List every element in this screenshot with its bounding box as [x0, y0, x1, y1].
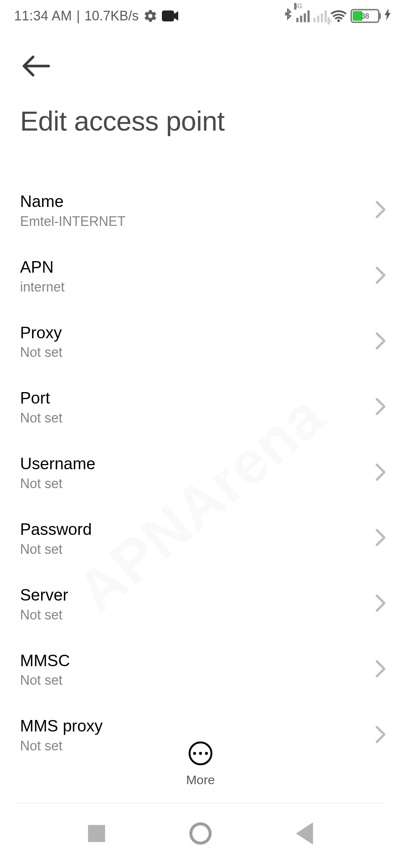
setting-value: Not set — [20, 607, 374, 623]
chevron-right-icon — [375, 266, 386, 286]
network-type-label: 4G — [294, 3, 296, 10]
status-bar: 11:34 AM | 10.7KB/s 4G ✕ — [0, 0, 401, 32]
square-icon — [88, 825, 105, 842]
chevron-right-icon — [375, 660, 386, 680]
bottom-divider — [15, 803, 386, 803]
status-time: 11:34 AM — [14, 8, 72, 24]
arrow-left-icon — [20, 50, 51, 82]
setting-name[interactable]: Name Emtel-INTERNET — [20, 178, 401, 243]
signal-sim1-icon: 4G — [296, 10, 310, 22]
setting-label: Name — [20, 192, 374, 211]
setting-label: MMSC — [20, 651, 374, 671]
setting-label: Proxy — [20, 323, 374, 343]
nav-recents-button[interactable] — [78, 815, 115, 852]
back-button[interactable] — [20, 50, 51, 82]
chevron-right-icon — [375, 200, 386, 220]
triangle-left-icon — [296, 822, 313, 845]
signal-sim2-icon: ✕ — [313, 10, 327, 22]
setting-server[interactable]: Server Not set — [20, 571, 401, 637]
chevron-right-icon — [375, 463, 386, 483]
status-network-speed: 10.7KB/s — [84, 8, 138, 24]
setting-value: Not set — [20, 673, 374, 688]
page-title: Edit access point — [20, 105, 381, 137]
chevron-right-icon — [375, 332, 386, 352]
nav-back-button[interactable] — [286, 815, 323, 852]
setting-proxy[interactable]: Proxy Not set — [20, 309, 401, 375]
wifi-icon — [330, 10, 347, 22]
setting-apn[interactable]: APN internet — [20, 243, 401, 309]
setting-value: Not set — [20, 542, 374, 557]
setting-value: Not set — [20, 476, 374, 491]
svg-rect-0 — [162, 10, 174, 21]
setting-value: Not set — [20, 410, 374, 426]
more-circle-icon — [189, 742, 212, 765]
battery-icon: 38 — [351, 9, 379, 23]
more-label: More — [186, 773, 215, 787]
setting-label: Server — [20, 585, 374, 605]
chevron-right-icon — [375, 528, 386, 548]
setting-label: APN — [20, 257, 374, 277]
circle-icon — [189, 822, 212, 845]
gear-icon — [143, 9, 157, 23]
status-separator: | — [76, 8, 80, 24]
setting-password[interactable]: Password Not set — [20, 506, 401, 571]
setting-username[interactable]: Username Not set — [20, 440, 401, 506]
bluetooth-icon — [283, 9, 293, 23]
nav-home-button[interactable] — [182, 815, 219, 852]
battery-percentage: 38 — [361, 12, 369, 20]
chevron-right-icon — [375, 594, 386, 614]
system-nav-bar — [0, 806, 401, 868]
setting-value: Emtel-INTERNET — [20, 214, 374, 229]
setting-label: Password — [20, 520, 374, 539]
apn-settings-list: Name Emtel-INTERNET APN internet Proxy N… — [0, 178, 401, 768]
video-camera-icon — [162, 10, 178, 22]
setting-value: Not set — [20, 345, 374, 360]
setting-label: Username — [20, 454, 374, 474]
setting-value: internet — [20, 279, 374, 295]
more-button[interactable]: More — [186, 742, 215, 787]
chevron-right-icon — [375, 397, 386, 417]
charging-bolt-icon — [385, 8, 391, 24]
setting-label: Port — [20, 388, 374, 408]
setting-port[interactable]: Port Not set — [20, 374, 401, 440]
setting-mmsc[interactable]: MMSC Not set — [20, 637, 401, 703]
